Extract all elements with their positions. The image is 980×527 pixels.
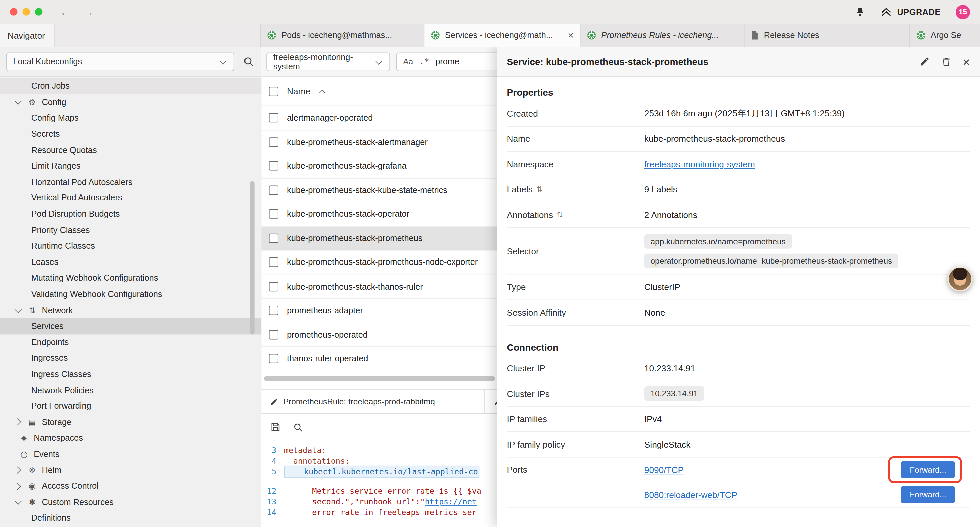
horizontal-scrollbar[interactable] xyxy=(264,376,495,381)
labels-value[interactable]: 9 Labels xyxy=(644,185,970,194)
port-link-8080[interactable]: 8080:reloader-web/TCP xyxy=(644,490,738,500)
sidebar-item-custom-resources[interactable]: ✱Custom Resources xyxy=(0,494,261,510)
drawer-body: Properties Created 253d 16h 6m ago (2025… xyxy=(497,77,980,527)
titlebar: ← → UPGRADE 15 xyxy=(0,0,980,24)
tab-bar: Navigator Pods - icecheng@mathmas... Ser… xyxy=(0,24,980,47)
namespace-link[interactable]: freeleaps-monitoring-system xyxy=(644,159,755,169)
close-icon[interactable]: × xyxy=(963,56,970,68)
sidebar-item-cron-jobs[interactable]: Cron Jobs xyxy=(0,78,261,94)
checkbox[interactable] xyxy=(269,113,278,123)
sidebar-item-priority-classes[interactable]: Priority Classes xyxy=(0,222,261,238)
sidebar-item-pod-disruption-budgets[interactable]: Pod Disruption Budgets xyxy=(0,206,261,222)
sidebar-item-endpoints[interactable]: Endpoints xyxy=(0,334,261,350)
sidebar-scrollbar[interactable] xyxy=(250,181,254,334)
bell-icon[interactable] xyxy=(854,6,866,18)
sidebar-item-secrets[interactable]: Secrets xyxy=(0,126,261,142)
checkbox[interactable] xyxy=(269,354,278,363)
sidebar-item-network[interactable]: ⇅Network xyxy=(0,302,261,318)
column-header-name[interactable]: Name xyxy=(287,86,310,96)
sidebar-item-network-policies[interactable]: Network Policies xyxy=(0,382,261,398)
window-zoom-button[interactable] xyxy=(35,8,42,15)
name-value: kube-prometheus-stack-prometheus xyxy=(644,134,970,144)
checkbox[interactable] xyxy=(269,306,278,315)
sidebar-item-leases[interactable]: Leases xyxy=(0,254,261,270)
property-row-name: Name kube-prometheus-stack-prometheus xyxy=(507,126,970,152)
sidebar-item-storage[interactable]: ▤Storage xyxy=(0,414,261,430)
tab-label: Services - icecheng@math... xyxy=(445,31,560,40)
sidebar-item-runtime-classes[interactable]: Runtime Classes xyxy=(0,238,261,254)
sidebar-item-resource-quotas[interactable]: Resource Quotas xyxy=(0,142,261,158)
trash-icon[interactable] xyxy=(941,56,951,67)
back-icon[interactable]: ← xyxy=(60,7,71,18)
checkbox[interactable] xyxy=(269,137,278,147)
checkbox[interactable] xyxy=(269,234,278,243)
search-icon[interactable] xyxy=(243,56,255,67)
sidebar-item-ingress-classes[interactable]: Ingress Classes xyxy=(0,366,261,382)
section-title-connection: Connection xyxy=(507,342,970,352)
forward-button[interactable]: Forward... xyxy=(901,486,955,503)
url-link[interactable]: https://net xyxy=(425,496,477,507)
sidebar-item-definitions[interactable]: Definitions xyxy=(0,510,261,526)
window-minimize-button[interactable] xyxy=(22,8,30,15)
selector-chip[interactable]: app.kubernetes.io/name=prometheus xyxy=(644,234,792,248)
match-case-toggle[interactable]: Aa xyxy=(403,57,413,66)
upgrade-label: UPGRADE xyxy=(897,7,941,17)
sidebar-item-access-control[interactable]: ◉Access Control xyxy=(0,478,261,494)
sort-icon[interactable]: ⇅ xyxy=(536,185,543,194)
forward-button[interactable]: Forward... xyxy=(901,461,955,478)
avatar[interactable] xyxy=(948,266,973,291)
sidebar-toolbar: Local Kubeconfigs xyxy=(0,47,261,77)
tab-pods[interactable]: Pods - icecheng@mathmas... xyxy=(261,24,424,47)
forward-icon[interactable]: → xyxy=(83,7,94,18)
sidebar-item-config[interactable]: ⚙Config xyxy=(0,94,261,110)
checkbox[interactable] xyxy=(269,258,278,267)
sidebar-item-validating-webhook-configurations[interactable]: Validating Webhook Configurations xyxy=(0,286,261,302)
sidebar-item-vertical-pod-autoscalers[interactable]: Vertical Pod Autoscalers xyxy=(0,190,261,206)
port-entry: 8080:reloader-web/TCP Forward... xyxy=(644,482,970,507)
sidebar-item-events[interactable]: ◷Events xyxy=(0,446,261,462)
kubeconfig-selector[interactable]: Local Kubeconfigs xyxy=(6,52,234,71)
port-link-9090[interactable]: 9090/TCP xyxy=(644,465,684,474)
selector-chip[interactable]: operator.prometheus.io/name=kube-prometh… xyxy=(644,253,898,268)
namespace-filter-dropdown[interactable]: freeleaps-monitoring-system xyxy=(266,52,390,71)
notification-badge[interactable]: 15 xyxy=(956,5,970,19)
window-close-button[interactable] xyxy=(10,8,18,15)
edit-icon[interactable] xyxy=(920,56,930,67)
dock-tab-prometheusrule[interactable]: PrometheusRule: freeleaps-prod-rabbitmq xyxy=(261,390,485,413)
regex-toggle[interactable]: .* xyxy=(419,57,429,66)
sidebar-item-limit-ranges[interactable]: Limit Ranges xyxy=(0,158,261,174)
checkbox[interactable] xyxy=(269,282,278,291)
sidebar-item-services[interactable]: Services xyxy=(0,318,261,334)
search-icon[interactable] xyxy=(293,422,303,432)
network-icon: ⇅ xyxy=(27,306,38,314)
close-icon[interactable]: × xyxy=(568,30,574,41)
search-input[interactable] xyxy=(435,57,498,66)
sidebar-item-helm[interactable]: ☸Helm xyxy=(0,462,261,478)
ip-families-value: IPv4 xyxy=(644,414,970,424)
kubernetes-icon xyxy=(267,31,276,40)
select-all-checkbox[interactable] xyxy=(269,87,278,96)
upgrade-button[interactable]: UPGRADE xyxy=(881,7,941,17)
tab-release-notes[interactable]: Release Notes xyxy=(745,24,910,47)
sidebar-item-mutating-webhook-configurations[interactable]: Mutating Webhook Configurations xyxy=(0,270,261,286)
sidebar-item-namespaces[interactable]: ◈Namespaces xyxy=(0,430,261,446)
navigator-zone: Navigator xyxy=(0,24,261,47)
checkbox[interactable] xyxy=(269,330,278,339)
sidebar-item-horizontal-pod-autoscalers[interactable]: Horizontal Pod Autoscalers xyxy=(0,174,261,190)
sidebar-item-config-maps[interactable]: Config Maps xyxy=(0,110,261,126)
sidebar-item-ingresses[interactable]: Ingresses xyxy=(0,350,261,366)
checkbox[interactable] xyxy=(269,209,278,219)
checkbox[interactable] xyxy=(269,185,278,195)
checkbox[interactable] xyxy=(269,161,278,171)
sort-ascending-icon[interactable] xyxy=(319,88,326,95)
tab-prometheus-rules[interactable]: Prometheus Rules - icecheng... xyxy=(581,24,745,47)
navigator-tab[interactable]: Navigator xyxy=(0,24,55,47)
kubeconfig-selector-value: Local Kubeconfigs xyxy=(13,57,82,66)
annotations-value[interactable]: 2 Annotations xyxy=(644,210,970,220)
save-icon[interactable] xyxy=(270,422,280,433)
tab-services[interactable]: Services - icecheng@math... × xyxy=(424,24,581,47)
sort-icon[interactable]: ⇅ xyxy=(557,210,563,219)
tab-argo[interactable]: Argo Se xyxy=(910,24,980,47)
property-row-annotations: Annotations⇅ 2 Annotations xyxy=(507,202,970,228)
sidebar-item-port-forwarding[interactable]: Port Forwarding xyxy=(0,398,261,414)
